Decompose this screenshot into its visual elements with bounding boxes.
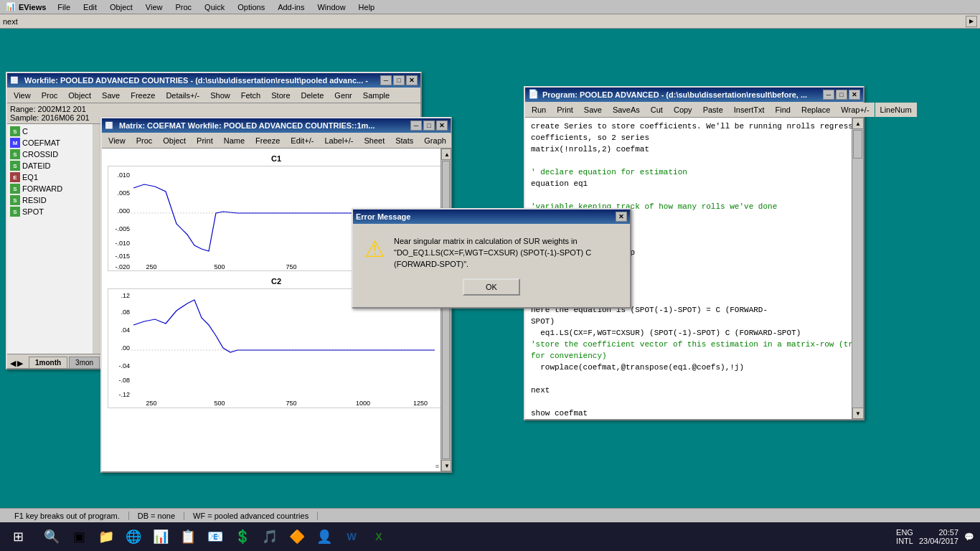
program-wrap-btn[interactable]: Wrap+/- <box>836 103 874 117</box>
program-cut-btn[interactable]: Cut <box>646 103 668 117</box>
taskbar-search-icon[interactable]: 🔍 <box>39 524 65 550</box>
workfile-minimize-button[interactable]: ─ <box>380 75 392 85</box>
matrix-scroll-down[interactable]: ▼ <box>441 460 451 471</box>
workfile-freeze-btn[interactable]: Freeze <box>126 88 160 103</box>
matrix-proc-btn[interactable]: Proc <box>131 133 158 148</box>
program-save-btn[interactable]: Save <box>579 103 607 117</box>
taskbar-explorer-icon[interactable]: 📁 <box>93 524 119 550</box>
program-paste-btn[interactable]: Paste <box>698 103 728 117</box>
next-label: next <box>3 17 18 26</box>
matrix-object-btn[interactable]: Object <box>158 133 191 148</box>
workfile-details-btn[interactable]: Details+/- <box>161 88 204 103</box>
menu-help[interactable]: Help <box>353 1 381 13</box>
item-label-resid: RESID <box>22 196 47 204</box>
workfile-genr-btn[interactable]: Genr <box>329 88 357 103</box>
start-button[interactable]: ⊞ <box>0 522 36 551</box>
list-item-dateid[interactable]: S DATEID <box>9 160 91 171</box>
menu-addins[interactable]: Add-ins <box>272 1 310 13</box>
matrix-minimize-button[interactable]: ─ <box>410 121 422 131</box>
menu-quick[interactable]: Quick <box>199 1 230 13</box>
taskbar-dollar-icon[interactable]: 💲 <box>230 524 255 550</box>
nav-arrows: ◀ ▶ <box>10 359 23 368</box>
taskbar-red-icon[interactable]: 🔶 <box>284 524 310 550</box>
list-item-eq1[interactable]: E EQ1 <box>9 171 91 183</box>
menu-object[interactable]: Object <box>104 1 138 13</box>
workfile-fetch-btn[interactable]: Fetch <box>236 88 266 103</box>
matrix-stats-btn[interactable]: Stats <box>390 133 418 148</box>
matrix-name-btn[interactable]: Name <box>219 133 250 148</box>
program-copy-btn[interactable]: Copy <box>669 103 697 117</box>
tab-3mon[interactable]: 3mon <box>69 357 100 368</box>
workfile-proc-btn[interactable]: Proc <box>37 88 63 103</box>
taskbar-excel-icon[interactable]: X <box>366 524 392 550</box>
program-run-btn[interactable]: Run <box>527 103 551 117</box>
taskbar-multitask-icon[interactable]: ▣ <box>66 524 92 550</box>
list-item-c[interactable]: S C <box>9 126 91 137</box>
error-close-button[interactable]: ✕ <box>616 212 627 222</box>
program-linenum-btn[interactable]: LineNum <box>875 103 917 117</box>
tab-1month[interactable]: 1month <box>29 357 67 368</box>
menu-edit[interactable]: Edit <box>77 1 103 13</box>
list-item-coefmat[interactable]: M COEFMAT <box>9 137 91 149</box>
taskbar-chart-icon[interactable]: 📊 <box>148 524 174 550</box>
menu-proc[interactable]: Proc <box>169 1 197 13</box>
list-item-crossid[interactable]: S CROSSID <box>9 149 91 160</box>
workfile-save-btn[interactable]: Save <box>97 88 125 103</box>
taskbar-mail-icon[interactable]: 📧 <box>202 524 228 550</box>
taskbar-browser-icon[interactable]: 🌐 <box>121 524 146 550</box>
program-maximize-button[interactable]: □ <box>836 90 847 100</box>
program-print-btn[interactable]: Print <box>552 103 578 117</box>
workfile-close-button[interactable]: ✕ <box>406 75 418 85</box>
workfile-view-btn[interactable]: View <box>9 88 36 103</box>
series-icon-crossid: S <box>10 149 20 159</box>
workfile-maximize-button[interactable]: □ <box>393 75 405 85</box>
error-ok-button[interactable]: OK <box>463 278 520 296</box>
matrix-label-btn[interactable]: Label+/- <box>319 133 358 148</box>
nav-right-arrow[interactable]: ▶ <box>17 359 23 368</box>
taskbar-music-icon[interactable]: 🎵 <box>257 524 283 550</box>
series-icon-resid: S <box>10 195 20 205</box>
prog-scroll-up[interactable]: ▲ <box>852 118 863 129</box>
taskbar-notification-icon[interactable]: 💬 <box>964 532 974 542</box>
list-item-spot[interactable]: S SPOT <box>9 206 91 217</box>
taskbar-word-icon[interactable]: W <box>339 524 364 550</box>
menu-window[interactable]: Window <box>311 1 351 13</box>
program-find-btn[interactable]: Find <box>771 103 796 117</box>
prog-scroll-down[interactable]: ▼ <box>852 408 863 419</box>
item-label-c: C <box>22 127 28 136</box>
program-saveas-btn[interactable]: SaveAs <box>608 103 645 117</box>
workfile-object-btn[interactable]: Object <box>63 88 96 103</box>
matrix-scroll-up[interactable]: ▲ <box>441 149 451 160</box>
matrix-close-button[interactable]: ✕ <box>436 121 448 131</box>
workfile-sample-btn[interactable]: Sample <box>358 88 395 103</box>
menu-options[interactable]: Options <box>232 1 270 13</box>
menu-file[interactable]: File <box>52 1 76 13</box>
matrix-freeze-btn[interactable]: Freeze <box>250 133 285 148</box>
taskbar-fm-icon[interactable]: 📋 <box>175 524 201 550</box>
program-close-button[interactable]: ✕ <box>849 90 860 100</box>
program-replace-btn[interactable]: Replace <box>796 103 835 117</box>
matrix-print-btn[interactable]: Print <box>192 133 218 148</box>
matrix-edit-btn[interactable]: Edit+/- <box>286 133 319 148</box>
list-item-forward[interactable]: S FORWARD <box>9 183 91 194</box>
prog-scroll-thumb[interactable] <box>853 130 862 159</box>
nav-left-arrow[interactable]: ◀ <box>10 359 16 368</box>
menu-view[interactable]: View <box>140 1 169 13</box>
list-item-resid[interactable]: S RESID <box>9 194 91 206</box>
workfile-store-btn[interactable]: Store <box>266 88 295 103</box>
error-dialog-content: ⚠ Near singular matrix in calculation of… <box>353 224 630 307</box>
program-inserttxt-btn[interactable]: InsertTxt <box>729 103 770 117</box>
matrix-view-btn[interactable]: View <box>103 133 131 148</box>
matrix-graph-btn[interactable]: Graph <box>419 133 451 148</box>
scrollbar-right-arrow[interactable]: ▶ <box>966 16 977 27</box>
program-vscrollbar[interactable]: ▲ ▼ <box>852 118 863 419</box>
matrix-scroll-thumb[interactable] <box>442 161 450 459</box>
workfile-delete-btn[interactable]: Delete <box>296 88 329 103</box>
matrix-maximize-button[interactable]: □ <box>423 121 435 131</box>
taskbar-person-icon[interactable]: 👤 <box>311 524 337 550</box>
matrix-sheet-btn[interactable]: Sheet <box>359 133 390 148</box>
matrix-vscrollbar[interactable]: ▲ ▼ <box>440 149 451 471</box>
workfile-show-btn[interactable]: Show <box>205 88 235 103</box>
program-minimize-button[interactable]: ─ <box>823 90 834 100</box>
svg-text:-.04: -.04 <box>118 362 130 369</box>
